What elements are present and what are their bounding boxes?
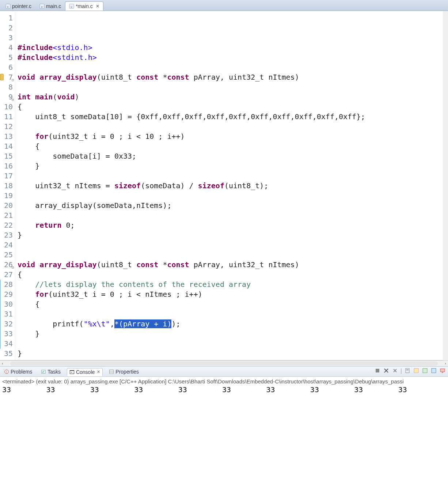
code-line[interactable] — [18, 359, 448, 360]
display-icon — [440, 368, 445, 375]
code-line[interactable] — [18, 63, 448, 72]
view-tab-tasks[interactable]: Tasks — [38, 368, 63, 376]
line-number: 3 — [0, 33, 15, 43]
word-wrap-button[interactable] — [413, 368, 419, 374]
close-icon[interactable]: ✕ — [96, 4, 99, 9]
line-number: 25 — [0, 250, 15, 260]
line-number: 10 — [0, 102, 15, 112]
line-number: 8 — [0, 82, 15, 92]
code-line[interactable]: uint32_t nItems = sizeof(someData) / siz… — [18, 181, 448, 191]
code-line[interactable] — [18, 33, 448, 43]
line-number: 21 — [0, 211, 15, 220]
line-number: 32 — [0, 319, 15, 329]
view-tab-console[interactable]: >_Console ✕ — [67, 368, 103, 376]
view-tab-label: Console — [76, 369, 95, 375]
code-line[interactable]: //lets display the contents of the recei… — [18, 280, 448, 289]
code-line[interactable] — [18, 122, 448, 132]
code-line[interactable]: uint8_t someData[10] = {0xff,0xff,0xff,0… — [18, 112, 448, 122]
view-tab-problems[interactable]: !Problems — [1, 368, 35, 376]
svg-text:c: c — [41, 5, 43, 8]
line-number: 19 — [0, 191, 15, 201]
tasks-icon — [41, 369, 46, 374]
remove-icon — [392, 368, 398, 375]
editor-tab-0[interactable]: cpointer.c — [1, 1, 35, 11]
code-line[interactable]: void array_display(uint8_t const *const … — [18, 72, 448, 82]
code-line[interactable]: int main(void) — [18, 92, 448, 102]
editor-tab-2[interactable]: c*main.c✕ — [65, 1, 103, 11]
tab-label: main.c — [46, 3, 61, 9]
scroll-lock-button[interactable] — [404, 368, 411, 374]
code-line[interactable] — [18, 171, 448, 181]
code-line[interactable]: #include<stdint.h> — [18, 53, 448, 63]
code-line[interactable]: } — [18, 329, 448, 339]
code-line[interactable]: return 0; — [18, 220, 448, 230]
code-editor[interactable]: 1234567⊟89⊟10111213141516171819202122232… — [0, 11, 448, 360]
console-toolbar: | — [374, 368, 446, 374]
c-file-icon: c — [69, 4, 74, 9]
code-line[interactable] — [18, 250, 448, 260]
code-line[interactable]: for(uint32_t i = 0 ; i < 10 ; i++) — [18, 132, 448, 141]
code-line[interactable]: { — [18, 299, 448, 309]
editor-tab-1[interactable]: cmain.c — [35, 1, 65, 11]
horizontal-scrollbar[interactable]: ‹ › — [0, 360, 448, 366]
line-number: 13 — [0, 132, 15, 141]
svg-rect-20 — [432, 368, 436, 373]
console-status-line: <terminated> (exit value: 0) arrays_pass… — [2, 378, 446, 385]
display-button[interactable] — [439, 368, 446, 374]
svg-rect-22 — [442, 372, 443, 373]
line-number: 5 — [0, 53, 15, 63]
line-number: 34 — [0, 339, 15, 349]
line-number: 22 — [0, 220, 15, 230]
code-line[interactable] — [18, 339, 448, 349]
code-line[interactable]: { — [18, 270, 448, 280]
code-line[interactable] — [18, 211, 448, 220]
code-line[interactable]: void array_display(uint8_t const *const … — [18, 260, 448, 270]
code-line[interactable]: printf("%x\t",*(pArray + i)); — [18, 319, 448, 329]
view-tab-bar: !ProblemsTasks>_Console ✕Properties | — [0, 367, 448, 377]
word-wrap-icon — [413, 368, 419, 375]
code-line[interactable]: { — [18, 102, 448, 112]
tab-label: pointer.c — [12, 3, 31, 9]
scroll-left-arrow-icon[interactable]: ‹ — [0, 361, 5, 366]
stop-button[interactable] — [374, 368, 381, 374]
scroll-track[interactable] — [10, 361, 438, 366]
code-line[interactable]: } — [18, 230, 448, 240]
view-tab-properties[interactable]: Properties — [106, 368, 141, 376]
line-number: 6 — [0, 63, 15, 72]
line-number: 15 — [0, 151, 15, 161]
svg-rect-19 — [423, 368, 427, 373]
line-number: 2 — [0, 23, 15, 33]
code-line[interactable] — [18, 13, 448, 23]
code-line[interactable]: #include<stdio.h> — [18, 43, 448, 53]
remove-all-button[interactable] — [383, 368, 390, 374]
remove-button[interactable] — [392, 368, 398, 374]
code-line[interactable] — [18, 191, 448, 201]
code-line[interactable] — [18, 82, 448, 92]
line-number: 7⊟ — [0, 72, 15, 82]
code-line[interactable] — [18, 23, 448, 33]
code-area[interactable]: #include<stdio.h>#include<stdint.h> void… — [15, 11, 448, 360]
code-line[interactable]: } — [18, 161, 448, 171]
line-number: 27 — [0, 270, 15, 280]
line-number: 28 — [0, 280, 15, 289]
svg-rect-17 — [406, 370, 409, 370]
problems-icon: ! — [4, 369, 9, 374]
close-icon[interactable]: ✕ — [97, 370, 100, 374]
line-number: 4 — [0, 43, 15, 53]
code-line[interactable]: for(uint32_t i = 0 ; i < nItmes ; i++) — [18, 289, 448, 299]
scroll-right-arrow-icon[interactable]: › — [443, 361, 448, 366]
pin-button[interactable] — [422, 368, 428, 374]
line-number: 24 — [0, 240, 15, 250]
code-line[interactable]: someData[i] = 0x33; — [18, 151, 448, 161]
open-button[interactable] — [430, 368, 437, 374]
code-line[interactable]: { — [18, 141, 448, 151]
svg-rect-21 — [440, 369, 445, 372]
svg-text:c: c — [7, 5, 9, 8]
code-line[interactable]: } — [18, 349, 448, 359]
line-number: 23 — [0, 230, 15, 240]
code-line[interactable]: array_display(someData,nItems); — [18, 201, 448, 211]
tab-label: *main.c — [76, 3, 93, 9]
line-number: 20 — [0, 201, 15, 211]
code-line[interactable] — [18, 240, 448, 250]
line-number: 33 — [0, 329, 15, 339]
